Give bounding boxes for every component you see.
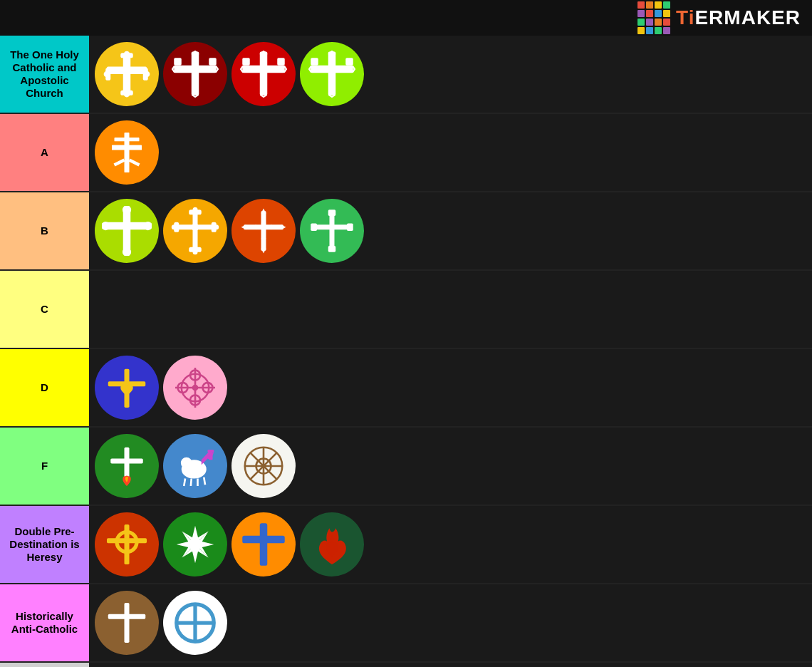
- logo-cell: [655, 10, 662, 17]
- tier-row-f: F: [0, 428, 812, 506]
- svg-rect-94: [208, 450, 214, 453]
- tier-label-one-holy: The One Holy Catholic and Apostolic Chur…: [0, 36, 89, 113]
- svg-point-84: [192, 385, 199, 391]
- header-bar: TiERMAKER: [0, 0, 812, 36]
- logo-cell: [646, 1, 653, 9]
- logo-cell: [637, 27, 645, 34]
- tiermaker-logo-text: TiERMAKER: [676, 6, 801, 29]
- tier-list: The One Holy Catholic and Apostolic Chur…: [0, 36, 812, 667]
- svg-rect-13: [209, 58, 217, 66]
- svg-line-90: [191, 479, 192, 487]
- tier-icon-celtic-cross-yellow[interactable]: [95, 512, 159, 576]
- tier-label-b: B: [0, 192, 89, 269]
- svg-rect-39: [115, 138, 140, 141]
- tier-icon-cross-lime[interactable]: [300, 42, 364, 106]
- svg-line-41: [130, 160, 140, 165]
- svg-line-40: [115, 160, 125, 165]
- logo-cell: [637, 19, 645, 26]
- svg-rect-31: [345, 58, 353, 66]
- svg-rect-30: [311, 58, 318, 66]
- tier-row-rejects-mary: Rejects Mary as Theotokos: [0, 663, 812, 667]
- tier-icon-cross-orange3[interactable]: [231, 512, 296, 576]
- svg-point-9: [144, 71, 150, 78]
- tier-label-d: D: [0, 349, 89, 426]
- logo-grid: [637, 1, 670, 34]
- tier-icon-cross-orange2[interactable]: [231, 199, 296, 263]
- tier-icon-cross-pink[interactable]: [163, 356, 227, 420]
- tier-items-rejects-mary: [89, 663, 812, 667]
- tier-row-b: B: [0, 192, 812, 271]
- svg-rect-86: [110, 459, 143, 464]
- logo-cell: [663, 10, 670, 17]
- svg-rect-1: [107, 67, 147, 75]
- tier-items-c: [89, 271, 812, 348]
- tier-items-double-pre: [89, 506, 812, 583]
- tier-items-d: [89, 349, 812, 426]
- svg-rect-29: [311, 66, 353, 73]
- tier-icon-cross-lime2[interactable]: [95, 199, 159, 263]
- logo-cell: [663, 19, 670, 26]
- tiermaker-logo: TiERMAKER: [637, 1, 801, 34]
- tier-icon-cross-green2[interactable]: [300, 199, 364, 263]
- svg-rect-115: [125, 603, 130, 643]
- logo-cell: [655, 27, 662, 34]
- svg-rect-21: [242, 58, 250, 66]
- svg-rect-71: [328, 210, 336, 216]
- svg-marker-64: [241, 224, 246, 229]
- tier-icon-cross-dark-red[interactable]: [163, 42, 227, 106]
- tier-icon-latin-cross-gold[interactable]: [95, 42, 159, 106]
- tier-icon-star-cross-white[interactable]: [163, 512, 227, 576]
- svg-rect-19: [260, 53, 268, 95]
- svg-rect-43: [105, 222, 148, 230]
- svg-rect-11: [174, 66, 217, 73]
- svg-rect-22: [277, 58, 285, 66]
- svg-marker-62: [281, 224, 286, 229]
- tier-items-historically-anti: [89, 584, 812, 661]
- tier-icon-cross-blue[interactable]: [95, 356, 159, 420]
- svg-rect-28: [328, 53, 336, 95]
- tier-icon-cross-gold2[interactable]: [163, 199, 227, 263]
- logo-cell: [637, 1, 645, 9]
- tier-row-c: C: [0, 271, 812, 349]
- tier-icon-wheel-cross[interactable]: [231, 434, 296, 498]
- svg-point-55: [193, 249, 198, 254]
- svg-point-6: [124, 51, 130, 58]
- tier-row-d: D: [0, 349, 812, 428]
- tier-icon-cross-circle-white[interactable]: [163, 591, 227, 655]
- tier-label-rejects-mary: Rejects Mary as Theotokos: [0, 663, 89, 667]
- svg-point-8: [104, 71, 110, 78]
- svg-rect-102: [107, 538, 147, 543]
- svg-marker-63: [261, 249, 266, 254]
- tier-label-f: F: [0, 428, 89, 505]
- svg-rect-114: [242, 536, 285, 544]
- tier-items-b: [89, 192, 812, 269]
- svg-rect-42: [123, 210, 131, 252]
- svg-rect-10: [192, 53, 199, 95]
- svg-rect-20: [242, 66, 285, 73]
- logo-cell: [637, 10, 645, 17]
- svg-point-112: [189, 538, 202, 551]
- svg-point-58: [192, 224, 199, 232]
- svg-marker-61: [261, 209, 266, 214]
- svg-rect-73: [311, 224, 317, 232]
- tier-icon-flame-dark[interactable]: [300, 512, 364, 576]
- tier-label-c: C: [0, 271, 89, 348]
- tier-icon-cross-green3[interactable]: [95, 434, 159, 498]
- tier-icon-cross-red[interactable]: [231, 42, 296, 106]
- tier-row-one-holy: The One Holy Catholic and Apostolic Chur…: [0, 36, 812, 114]
- svg-rect-72: [328, 246, 336, 252]
- logo-cell: [646, 27, 653, 34]
- tier-row-double-pre: Double Pre-Destination is Heresy: [0, 506, 812, 584]
- svg-point-56: [172, 224, 177, 229]
- tier-label-a: A: [0, 114, 89, 191]
- tier-items-f: [89, 428, 812, 505]
- svg-point-54: [193, 207, 198, 212]
- tier-icon-orthodox-cross-orange[interactable]: [95, 120, 159, 185]
- svg-rect-70: [312, 224, 352, 229]
- logo-cell: [663, 1, 670, 9]
- tier-items-one-holy: [89, 36, 812, 113]
- tier-icon-cross-brown[interactable]: [95, 591, 159, 655]
- tier-icon-lamb-blue[interactable]: [163, 434, 227, 498]
- svg-rect-60: [244, 224, 283, 229]
- svg-rect-69: [330, 211, 335, 251]
